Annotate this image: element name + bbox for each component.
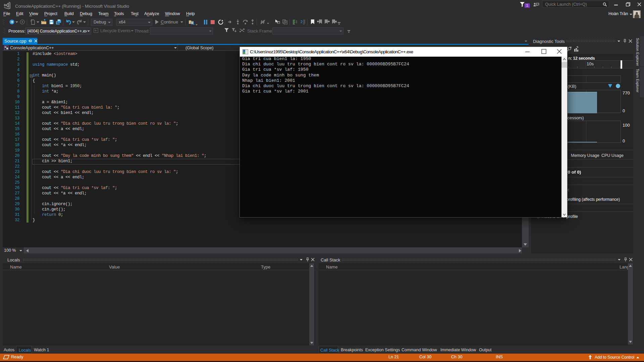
svg-text:2: 2 [301, 20, 303, 24]
